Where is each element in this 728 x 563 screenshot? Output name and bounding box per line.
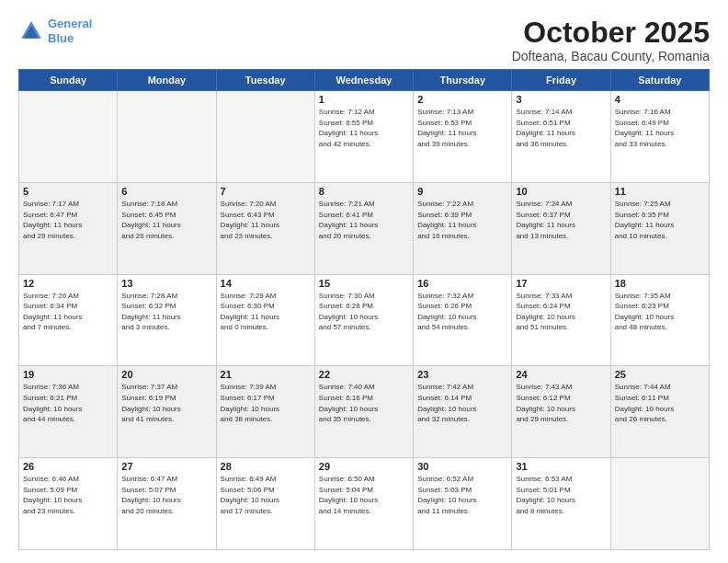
- page: General Blue October 2025 Dofteana, Baca…: [0, 0, 728, 563]
- day-content: Sunrise: 7:26 AM Sunset: 6:34 PM Dayligh…: [23, 291, 113, 333]
- weekday-header: Wednesday: [314, 70, 413, 91]
- day-content: Sunrise: 7:37 AM Sunset: 6:19 PM Dayligh…: [121, 382, 211, 424]
- calendar-day-cell: 15Sunrise: 7:30 AM Sunset: 6:28 PM Dayli…: [314, 274, 413, 366]
- calendar-day-cell: 31Sunrise: 6:53 AM Sunset: 5:01 PM Dayli…: [512, 458, 610, 550]
- calendar-day-cell: 8Sunrise: 7:21 AM Sunset: 6:41 PM Daylig…: [314, 182, 413, 274]
- day-content: Sunrise: 7:35 AM Sunset: 6:23 PM Dayligh…: [615, 291, 705, 333]
- day-number: 4: [615, 94, 705, 105]
- calendar-day-cell: [216, 91, 314, 183]
- day-content: Sunrise: 6:46 AM Sunset: 5:09 PM Dayligh…: [23, 474, 113, 516]
- calendar-week-row: 19Sunrise: 7:36 AM Sunset: 6:21 PM Dayli…: [19, 366, 710, 458]
- day-number: 9: [417, 186, 507, 197]
- day-number: 2: [417, 94, 507, 105]
- day-number: 1: [319, 94, 409, 105]
- day-number: 29: [319, 461, 409, 472]
- calendar-day-cell: 17Sunrise: 7:33 AM Sunset: 6:24 PM Dayli…: [512, 274, 610, 366]
- day-content: Sunrise: 7:32 AM Sunset: 6:26 PM Dayligh…: [417, 291, 507, 333]
- day-content: Sunrise: 7:25 AM Sunset: 6:35 PM Dayligh…: [615, 199, 705, 241]
- day-content: Sunrise: 7:20 AM Sunset: 6:43 PM Dayligh…: [221, 199, 311, 241]
- calendar-day-cell: [118, 91, 216, 183]
- logo: General Blue: [18, 17, 92, 45]
- location-subtitle: Dofteana, Bacau County, Romania: [512, 49, 710, 63]
- day-number: 26: [23, 461, 113, 472]
- day-content: Sunrise: 7:39 AM Sunset: 6:17 PM Dayligh…: [221, 382, 311, 424]
- logo-icon: [18, 18, 44, 44]
- day-number: 27: [121, 461, 211, 472]
- day-number: 15: [319, 278, 409, 289]
- day-number: 12: [23, 278, 113, 289]
- calendar-day-cell: 30Sunrise: 6:52 AM Sunset: 5:03 PM Dayli…: [414, 458, 512, 550]
- day-content: Sunrise: 6:53 AM Sunset: 5:01 PM Dayligh…: [516, 474, 606, 516]
- day-number: 20: [121, 369, 211, 380]
- calendar-table: SundayMondayTuesdayWednesdayThursdayFrid…: [18, 69, 710, 550]
- calendar-day-cell: 28Sunrise: 6:49 AM Sunset: 5:06 PM Dayli…: [216, 458, 314, 550]
- calendar-day-cell: [19, 91, 118, 183]
- calendar-day-cell: 26Sunrise: 6:46 AM Sunset: 5:09 PM Dayli…: [19, 458, 118, 550]
- day-content: Sunrise: 7:18 AM Sunset: 6:45 PM Dayligh…: [121, 199, 211, 241]
- calendar-day-cell: 29Sunrise: 6:50 AM Sunset: 5:04 PM Dayli…: [314, 458, 413, 550]
- day-content: Sunrise: 7:14 AM Sunset: 6:51 PM Dayligh…: [516, 107, 606, 149]
- day-number: 14: [221, 278, 311, 289]
- calendar-week-row: 1Sunrise: 7:12 AM Sunset: 6:55 PM Daylig…: [19, 91, 710, 183]
- day-content: Sunrise: 7:24 AM Sunset: 6:37 PM Dayligh…: [516, 199, 606, 241]
- day-content: Sunrise: 7:12 AM Sunset: 6:55 PM Dayligh…: [319, 107, 409, 149]
- calendar-day-cell: 25Sunrise: 7:44 AM Sunset: 6:11 PM Dayli…: [610, 366, 709, 458]
- day-content: Sunrise: 7:36 AM Sunset: 6:21 PM Dayligh…: [23, 382, 113, 424]
- day-content: Sunrise: 6:50 AM Sunset: 5:04 PM Dayligh…: [319, 474, 409, 516]
- day-number: 31: [516, 461, 606, 472]
- calendar-day-cell: 11Sunrise: 7:25 AM Sunset: 6:35 PM Dayli…: [610, 182, 709, 274]
- weekday-header: Tuesday: [216, 70, 314, 91]
- day-content: Sunrise: 7:29 AM Sunset: 6:30 PM Dayligh…: [221, 291, 311, 333]
- title-block: October 2025 Dofteana, Bacau County, Rom…: [512, 17, 710, 63]
- day-number: 10: [516, 186, 606, 197]
- day-content: Sunrise: 7:17 AM Sunset: 6:47 PM Dayligh…: [23, 199, 113, 241]
- calendar-day-cell: 5Sunrise: 7:17 AM Sunset: 6:47 PM Daylig…: [19, 182, 118, 274]
- calendar-day-cell: 10Sunrise: 7:24 AM Sunset: 6:37 PM Dayli…: [512, 182, 610, 274]
- day-content: Sunrise: 7:42 AM Sunset: 6:14 PM Dayligh…: [417, 382, 507, 424]
- calendar-day-cell: 4Sunrise: 7:16 AM Sunset: 6:49 PM Daylig…: [610, 91, 709, 183]
- day-number: 5: [23, 186, 113, 197]
- day-content: Sunrise: 7:13 AM Sunset: 6:53 PM Dayligh…: [417, 107, 507, 149]
- calendar-day-cell: 9Sunrise: 7:22 AM Sunset: 6:39 PM Daylig…: [414, 182, 512, 274]
- day-number: 7: [221, 186, 311, 197]
- day-content: Sunrise: 7:43 AM Sunset: 6:12 PM Dayligh…: [516, 382, 606, 424]
- day-content: Sunrise: 7:21 AM Sunset: 6:41 PM Dayligh…: [319, 199, 409, 241]
- day-number: 11: [615, 186, 705, 197]
- day-number: 3: [516, 94, 606, 105]
- calendar-week-row: 26Sunrise: 6:46 AM Sunset: 5:09 PM Dayli…: [19, 458, 710, 550]
- calendar-day-cell: 3Sunrise: 7:14 AM Sunset: 6:51 PM Daylig…: [512, 91, 610, 183]
- day-number: 6: [121, 186, 211, 197]
- day-number: 25: [615, 369, 705, 380]
- day-number: 28: [221, 461, 311, 472]
- weekday-header: Monday: [118, 70, 216, 91]
- calendar-day-cell: 1Sunrise: 7:12 AM Sunset: 6:55 PM Daylig…: [314, 91, 413, 183]
- calendar-day-cell: 18Sunrise: 7:35 AM Sunset: 6:23 PM Dayli…: [610, 274, 709, 366]
- day-number: 8: [319, 186, 409, 197]
- day-number: 18: [615, 278, 705, 289]
- day-number: 30: [417, 461, 507, 472]
- weekday-header: Sunday: [19, 70, 118, 91]
- calendar-week-row: 5Sunrise: 7:17 AM Sunset: 6:47 PM Daylig…: [19, 182, 710, 274]
- day-number: 17: [516, 278, 606, 289]
- day-content: Sunrise: 6:49 AM Sunset: 5:06 PM Dayligh…: [221, 474, 311, 516]
- header: General Blue October 2025 Dofteana, Baca…: [18, 17, 710, 63]
- day-number: 22: [319, 369, 409, 380]
- calendar-day-cell: 27Sunrise: 6:47 AM Sunset: 5:07 PM Dayli…: [118, 458, 216, 550]
- day-content: Sunrise: 7:40 AM Sunset: 6:16 PM Dayligh…: [319, 382, 409, 424]
- calendar-day-cell: 21Sunrise: 7:39 AM Sunset: 6:17 PM Dayli…: [216, 366, 314, 458]
- day-number: 24: [516, 369, 606, 380]
- day-content: Sunrise: 7:30 AM Sunset: 6:28 PM Dayligh…: [319, 291, 409, 333]
- day-content: Sunrise: 6:47 AM Sunset: 5:07 PM Dayligh…: [121, 474, 211, 516]
- weekday-header: Thursday: [414, 70, 512, 91]
- day-content: Sunrise: 7:33 AM Sunset: 6:24 PM Dayligh…: [516, 291, 606, 333]
- calendar-day-cell: 7Sunrise: 7:20 AM Sunset: 6:43 PM Daylig…: [216, 182, 314, 274]
- day-number: 23: [417, 369, 507, 380]
- day-content: Sunrise: 7:22 AM Sunset: 6:39 PM Dayligh…: [417, 199, 507, 241]
- day-number: 16: [417, 278, 507, 289]
- weekday-header-row: SundayMondayTuesdayWednesdayThursdayFrid…: [19, 70, 710, 91]
- day-number: 21: [221, 369, 311, 380]
- calendar-day-cell: 24Sunrise: 7:43 AM Sunset: 6:12 PM Dayli…: [512, 366, 610, 458]
- calendar-day-cell: 6Sunrise: 7:18 AM Sunset: 6:45 PM Daylig…: [118, 182, 216, 274]
- month-title: October 2025: [512, 17, 710, 49]
- day-number: 19: [23, 369, 113, 380]
